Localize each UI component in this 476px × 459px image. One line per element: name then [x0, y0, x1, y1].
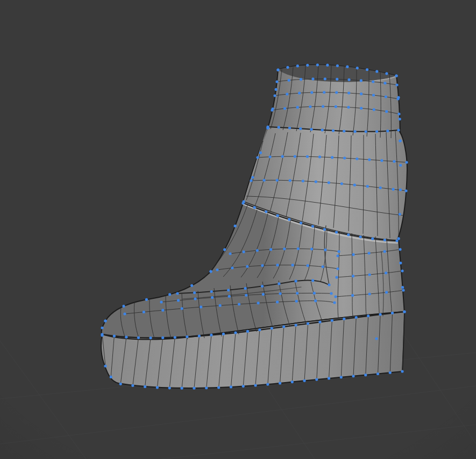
- mesh-vertex[interactable]: [193, 387, 195, 390]
- mesh-vertex[interactable]: [296, 292, 299, 295]
- mesh-vertex[interactable]: [336, 64, 339, 67]
- mesh-vertex[interactable]: [266, 126, 269, 129]
- mesh-vertex[interactable]: [340, 376, 343, 378]
- mesh-vertex[interactable]: [296, 106, 299, 109]
- mesh-vertex[interactable]: [283, 107, 286, 110]
- mesh-vertex[interactable]: [322, 105, 324, 107]
- mesh-vertex[interactable]: [347, 233, 350, 236]
- mesh-vertex[interactable]: [397, 112, 400, 115]
- mesh-vertex[interactable]: [257, 302, 259, 304]
- mesh-vertex[interactable]: [326, 64, 329, 67]
- mesh-vertex[interactable]: [355, 316, 358, 319]
- mesh-vertex[interactable]: [156, 386, 159, 389]
- mesh-vertex[interactable]: [310, 128, 312, 131]
- mesh-vertex[interactable]: [294, 155, 296, 157]
- mesh-vertex[interactable]: [311, 225, 314, 227]
- mesh-vertex[interactable]: [229, 252, 231, 255]
- mesh-vertex[interactable]: [313, 292, 316, 295]
- mesh-vertex[interactable]: [311, 77, 314, 80]
- mesh-vertex[interactable]: [397, 237, 400, 240]
- mesh-vertex[interactable]: [205, 386, 208, 389]
- mesh-vertex[interactable]: [331, 319, 333, 322]
- mesh-vertex[interactable]: [131, 384, 134, 387]
- mesh-vertex[interactable]: [119, 383, 122, 385]
- mesh-vertex[interactable]: [286, 92, 288, 95]
- mesh-vertex[interactable]: [307, 264, 309, 267]
- mesh-vertex[interactable]: [404, 189, 407, 192]
- mesh-vertex[interactable]: [383, 82, 386, 84]
- mesh-vertex[interactable]: [299, 127, 302, 130]
- mesh-vertex[interactable]: [395, 74, 397, 77]
- mesh-vertex[interactable]: [276, 214, 279, 217]
- mesh-vertex[interactable]: [333, 301, 336, 304]
- mesh-vertex[interactable]: [353, 130, 356, 133]
- mesh-vertex[interactable]: [401, 286, 404, 289]
- mesh-vertex[interactable]: [399, 248, 401, 250]
- mesh-vertex[interactable]: [323, 91, 325, 94]
- mesh-vertex[interactable]: [210, 290, 213, 293]
- mesh-vertex[interactable]: [288, 218, 290, 221]
- mesh-vertex[interactable]: [385, 110, 388, 113]
- mesh-vertex[interactable]: [298, 92, 301, 95]
- mesh-vertex[interactable]: [352, 253, 354, 256]
- mesh-vertex[interactable]: [380, 159, 383, 162]
- mesh-vertex[interactable]: [228, 295, 231, 298]
- mesh-vertex[interactable]: [368, 273, 371, 276]
- mesh-vertex[interactable]: [385, 95, 387, 98]
- mesh-vertex[interactable]: [231, 267, 233, 269]
- mesh-vertex[interactable]: [360, 79, 363, 82]
- mesh-vertex[interactable]: [288, 127, 291, 130]
- mesh-vertex[interactable]: [269, 248, 272, 251]
- mesh-vertex[interactable]: [336, 78, 338, 81]
- mesh-vertex[interactable]: [275, 80, 278, 83]
- mesh-vertex[interactable]: [244, 287, 247, 290]
- boot-model-surfaces[interactable]: [101, 65, 407, 388]
- mesh-vertex[interactable]: [261, 264, 264, 267]
- mesh-vertex[interactable]: [306, 155, 309, 158]
- mesh-vertex[interactable]: [391, 312, 394, 314]
- mesh-vertex[interactable]: [243, 200, 245, 203]
- mesh-vertex[interactable]: [234, 332, 237, 334]
- mesh-vertex[interactable]: [399, 188, 402, 191]
- mesh-vertex[interactable]: [279, 292, 281, 295]
- mesh-vertex[interactable]: [223, 248, 226, 251]
- mesh-vertex[interactable]: [194, 298, 196, 300]
- mesh-vertex[interactable]: [217, 386, 220, 389]
- mesh-vertex[interactable]: [405, 161, 408, 163]
- mesh-vertex[interactable]: [181, 307, 183, 310]
- mesh-vertex[interactable]: [246, 330, 249, 333]
- mesh-vertex[interactable]: [278, 282, 280, 285]
- mesh-vertex[interactable]: [294, 324, 297, 326]
- mesh-vertex[interactable]: [296, 64, 299, 67]
- mesh-vertex[interactable]: [367, 314, 370, 317]
- mesh-vertex[interactable]: [335, 231, 338, 233]
- mesh-vertex[interactable]: [145, 298, 148, 301]
- mesh-vertex[interactable]: [328, 377, 330, 379]
- mesh-vertex[interactable]: [281, 155, 284, 158]
- mesh-vertex[interactable]: [294, 279, 297, 282]
- mesh-vertex[interactable]: [383, 239, 386, 241]
- mesh-vertex[interactable]: [276, 68, 279, 71]
- mesh-vertex[interactable]: [168, 293, 171, 296]
- mesh-vertex[interactable]: [276, 300, 279, 303]
- mesh-vertex[interactable]: [288, 79, 290, 82]
- mesh-vertex[interactable]: [316, 63, 319, 66]
- mesh-vertex[interactable]: [334, 295, 337, 298]
- mesh-vertex[interactable]: [399, 118, 401, 120]
- mesh-vertex[interactable]: [335, 105, 337, 108]
- mesh-vertex[interactable]: [309, 105, 311, 108]
- mesh-vertex[interactable]: [376, 372, 379, 375]
- mesh-vertex[interactable]: [324, 248, 326, 251]
- mesh-vertex[interactable]: [276, 179, 279, 182]
- mesh-vertex[interactable]: [258, 328, 261, 331]
- mesh-vertex[interactable]: [328, 283, 330, 286]
- mesh-vertex[interactable]: [243, 250, 245, 253]
- mesh-vertex[interactable]: [360, 107, 363, 110]
- mesh-vertex[interactable]: [389, 371, 392, 374]
- mesh-vertex[interactable]: [211, 296, 214, 299]
- mesh-vertex[interactable]: [282, 325, 285, 328]
- mesh-vertex[interactable]: [230, 385, 232, 388]
- mesh-vertex[interactable]: [122, 305, 125, 307]
- mesh-vertex[interactable]: [314, 299, 317, 302]
- mesh-vertex[interactable]: [373, 108, 375, 111]
